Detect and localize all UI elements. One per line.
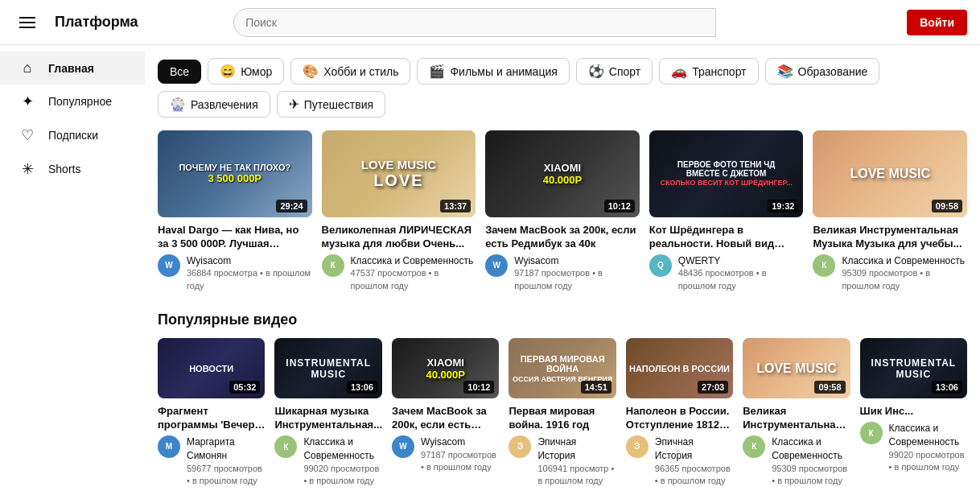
avatar-v2: К (322, 254, 344, 277)
travel-icon: ✈ (289, 97, 299, 112)
video-card-p7[interactable]: INSTRUMENTAL MUSIC13:06Шик Инс...ККласси… (860, 338, 967, 487)
video-thumb-p6: LOVE MUSIC09:58 (743, 338, 850, 398)
video-title-p5: Наполеон в России. Отступление 1812 года (626, 405, 733, 432)
filter-chip-travel[interactable]: ✈ Путешествия (277, 91, 385, 118)
avatar-p6: К (743, 435, 765, 458)
video-duration-v3: 10:12 (604, 200, 635, 212)
video-views-v2: 47537 просмотров • в прошлом году (351, 267, 476, 292)
video-views-v1: 36884 просмотра • в прошлом году (187, 267, 312, 292)
video-card-p3[interactable]: XIAOMI40.000P10:12Зачем MacBook за 200к,… (392, 338, 499, 487)
video-card-v4[interactable]: ПЕРВОЕ ФОТО ТЕНИ ЧДВМЕСТЕ С ДЖЕТОМСКОЛЬК… (649, 130, 804, 292)
sidebar-item-subscriptions[interactable]: ♡ Подписки (0, 118, 145, 152)
video-views-v5: 95309 просмотров • в прошлом году (842, 267, 967, 292)
video-title-p3: Зачем MacBook за 200к, если есть Редмибу… (392, 405, 499, 432)
search-input[interactable] (233, 8, 716, 37)
video-title-p4: Первая мировая война. 1916 год (509, 405, 616, 432)
video-thumb-v1: ПОЧЕМУ НЕ ТАК ПЛОХО?3 500 000P29:24 (158, 130, 312, 217)
avatar-v4: Q (649, 254, 672, 277)
video-thumb-v3: XIAOMI40.000P10:12 (485, 130, 640, 217)
video-duration-v2: 13:37 (440, 200, 471, 212)
video-thumb-p2: INSTRUMENTAL MUSIC13:06 (274, 338, 382, 398)
video-card-p1[interactable]: НОВОСТИ05:32Фрагмент программы 'Вечер с … (158, 338, 265, 487)
popular-section: Популярные видео НОВОСТИ05:32Фрагмент пр… (158, 311, 967, 487)
video-title-p1: Фрагмент программы 'Вечер с Владимиром..… (158, 405, 265, 432)
filter-chip-humor[interactable]: 😄 Юмор (208, 58, 284, 85)
video-thumb-v4: ПЕРВОЕ ФОТО ТЕНИ ЧДВМЕСТЕ С ДЖЕТОМСКОЛЬК… (649, 130, 804, 217)
education-icon: 📚 (777, 64, 793, 79)
filter-chip-transport[interactable]: 🚗 Транспорт (659, 58, 758, 85)
video-card-p4[interactable]: ПЕРВАЯ МИРОВАЯ ВОЙНАОССИЯ АВСТРИЯ ВЕНГРИ… (509, 338, 616, 487)
filter-chip-entertainment[interactable]: 🎡 Развлечения (158, 91, 270, 118)
header-left: Платформа (13, 10, 138, 35)
video-thumb-p7: INSTRUMENTAL MUSIC13:06 (860, 338, 967, 398)
channel-name-v1: Wyisacom (187, 254, 312, 268)
video-thumb-p5: НАПОЛЕОН В РОССИИ27:03 (626, 338, 733, 398)
sidebar-item-home[interactable]: ⌂ Главная (0, 52, 145, 85)
sidebar-label-shorts: Shorts (48, 163, 80, 175)
sidebar-label-subscriptions: Подписки (48, 129, 98, 142)
logo: Платформа (55, 14, 138, 31)
filter-chip-education[interactable]: 📚 Образование (765, 58, 880, 85)
video-duration-v4: 19:32 (768, 200, 798, 212)
sidebar-label-popular: Популярное (48, 95, 112, 108)
channel-name-p2: Классика и Современность (303, 435, 382, 463)
video-duration-p1: 05:32 (229, 381, 260, 394)
video-duration-v5: 09:58 (932, 200, 962, 212)
popular-video-grid: НОВОСТИ05:32Фрагмент программы 'Вечер с … (158, 338, 967, 487)
sports-icon: ⚽ (588, 64, 604, 79)
video-views-p2: 99020 просмотров • в прошлом году (303, 463, 382, 488)
channel-name-p4: Эпичная История (537, 435, 616, 463)
video-title-p6: Великая Инструментальная Музыка для учёб… (743, 405, 850, 432)
movies-icon: 🎬 (429, 64, 445, 79)
filter-sports-label: Спорт (609, 65, 640, 78)
video-card-p5[interactable]: НАПОЛЕОН В РОССИИ27:03Наполеон в России.… (626, 338, 733, 487)
avatar-p4: Э (509, 435, 531, 458)
video-card-v3[interactable]: XIAOMI40.000P10:12Зачем MacBook за 200к,… (485, 130, 640, 292)
video-duration-v1: 29:24 (276, 200, 307, 212)
humor-icon: 😄 (220, 64, 236, 79)
video-duration-p5: 27:03 (698, 381, 728, 394)
video-thumb-v2: LOVE MUSICLOVE13:37 (322, 130, 476, 217)
channel-name-p7: Классика и Современность (889, 422, 967, 449)
video-title-v5: Великая Инструментальная Музыка Музыка д… (813, 224, 967, 251)
filter-entertainment-label: Развлечения (191, 98, 258, 111)
filter-chip-sports[interactable]: ⚽ Спорт (576, 58, 653, 85)
video-title-v4: Кот Шрёдингера в реальности. Новый вид «… (649, 224, 804, 251)
menu-button[interactable] (13, 10, 42, 35)
video-views-v4: 48436 просмотров • в прошлом году (678, 267, 804, 292)
filter-humor-label: Юмор (241, 65, 272, 78)
video-thumb-p4: ПЕРВАЯ МИРОВАЯ ВОЙНАОССИЯ АВСТРИЯ ВЕНГРИ… (509, 338, 616, 398)
filter-movies-label: Фильмы и анимация (450, 65, 557, 78)
avatar-p5: Э (626, 435, 649, 458)
sidebar-item-shorts[interactable]: ✳ Shorts (0, 152, 145, 186)
channel-name-v5: Классика и Современность (842, 254, 967, 268)
video-title-v1: Haval Dargo — как Нива, но за 3 500 000Р… (158, 224, 312, 251)
video-card-p2[interactable]: INSTRUMENTAL MUSIC13:06Шикарная музыка И… (274, 338, 382, 487)
avatar-p1: М (158, 435, 180, 458)
filter-chip-all[interactable]: Все (158, 60, 201, 84)
shorts-icon: ✳ (19, 160, 35, 178)
login-button[interactable]: Войти (907, 10, 967, 35)
entertainment-icon: 🎡 (170, 97, 186, 112)
video-views-p4: 106941 просмотр • в прошлом году (537, 463, 616, 488)
video-title-p2: Шикарная музыка Инструментальная... (274, 405, 382, 432)
subscriptions-icon: ♡ (19, 126, 35, 144)
video-thumb-v5: LOVE MUSIC09:58 (813, 130, 967, 217)
sidebar: ⌂ Главная ✦ Популярное ♡ Подписки ✳ Shor… (0, 45, 145, 495)
video-views-p3: 97187 просмотров • в прошлом году (421, 449, 499, 474)
sidebar-label-home: Главная (48, 62, 94, 75)
video-thumb-p3: XIAOMI40.000P10:12 (392, 338, 499, 398)
filter-travel-label: Путешествия (304, 98, 373, 111)
video-card-v5[interactable]: LOVE MUSIC09:58Великая Инструментальная … (813, 130, 967, 292)
video-card-v2[interactable]: LOVE MUSICLOVE13:37Великолепная ЛИРИЧЕСК… (322, 130, 476, 292)
filter-chip-hobbies[interactable]: 🎨 Хобби и стиль (290, 58, 410, 85)
avatar-v1: W (158, 254, 180, 277)
sidebar-item-popular[interactable]: ✦ Популярное (0, 85, 145, 118)
main-content: Все 😄 Юмор 🎨 Хобби и стиль 🎬 Фильмы и ан… (145, 45, 980, 495)
video-card-p6[interactable]: LOVE MUSIC09:58Великая Инструментальная … (743, 338, 850, 487)
search-bar (233, 8, 716, 37)
video-card-v1[interactable]: ПОЧЕМУ НЕ ТАК ПЛОХО?3 500 000P29:24Haval… (158, 130, 312, 292)
video-views-p7: 99020 просмотров • в прошлом году (889, 449, 967, 474)
filter-chip-movies[interactable]: 🎬 Фильмы и анимация (417, 58, 569, 85)
filter-education-label: Образование (798, 65, 868, 78)
